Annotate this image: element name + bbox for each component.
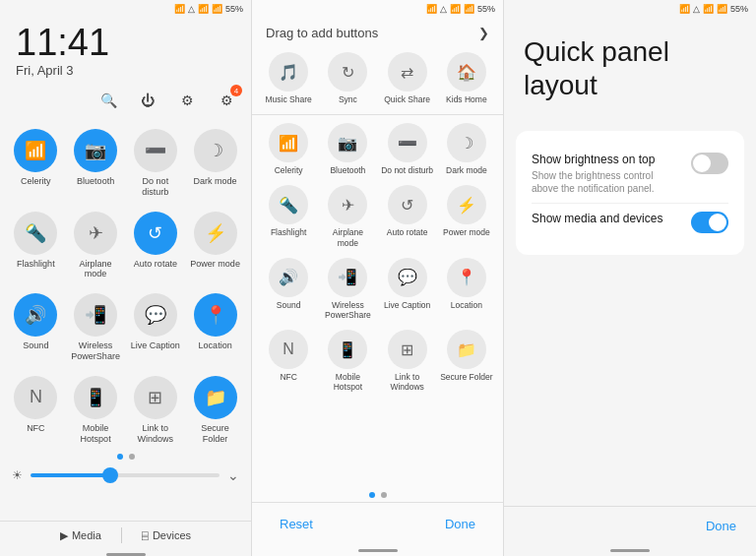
flashlight-tile-icon: 🔦 bbox=[14, 212, 57, 255]
p2-dot-active bbox=[369, 492, 375, 498]
setting-media-devices: Show media and devices bbox=[532, 203, 728, 241]
tile-bluetooth[interactable]: 📷 Bluetooth bbox=[68, 123, 124, 202]
p2-tile-wps[interactable]: 📲 Wireless PowerShare bbox=[319, 254, 376, 324]
p2-plane-icon: ✈ bbox=[328, 185, 367, 224]
p2-sound-label: Sound bbox=[277, 300, 301, 310]
p2-tile-flash[interactable]: 🔦 Flashlight bbox=[260, 181, 317, 251]
battery-text-2: 55% bbox=[477, 4, 495, 14]
p2-tile-quickshare[interactable]: ⇄ Quick Share bbox=[379, 48, 436, 108]
tile-airplane[interactable]: ✈ Airplane mode bbox=[68, 206, 124, 284]
p2-rotate-icon: ↺ bbox=[388, 185, 427, 224]
done-button-p3[interactable]: Done bbox=[706, 519, 736, 533]
clock-time: 11:41 bbox=[16, 24, 235, 61]
tile-secure-folder[interactable]: 📁 Secure Folder bbox=[187, 370, 243, 449]
page-dots-1 bbox=[0, 452, 251, 462]
p2-location-icon: 📍 bbox=[447, 258, 486, 297]
signal-icon-2: 📶 bbox=[464, 4, 474, 14]
p2-celerity-label: Celerity bbox=[275, 165, 303, 175]
caption-tile-icon: 💬 bbox=[134, 293, 177, 337]
brightness-chevron-icon[interactable]: ⌄ bbox=[227, 467, 239, 483]
quickshare-label: Quick Share bbox=[384, 94, 430, 104]
tile-dnd[interactable]: ➖ Do not disturb bbox=[128, 123, 184, 202]
p2-sfolder-label: Secure Folder bbox=[440, 372, 492, 382]
devices-button[interactable]: ⌸ Devices bbox=[142, 529, 191, 541]
play-icon: ▶ bbox=[60, 529, 68, 542]
done-button-p2[interactable]: Done bbox=[437, 513, 483, 535]
p2-power-label: Power mode bbox=[443, 227, 490, 237]
tiles-grid: 📶 Celerity 📷 Bluetooth ➖ Do not disturb … bbox=[0, 119, 251, 452]
addable-tiles: 🎵 Music Share ↻ Sync ⇄ Quick Share 🏠 Kid… bbox=[252, 46, 503, 115]
setting-brightness-on-top: Show brightness on top Show the brightne… bbox=[532, 145, 728, 203]
p2-tile-caption[interactable]: 💬 Live Caption bbox=[379, 254, 436, 324]
tile-celerity[interactable]: 📶 Celerity bbox=[8, 123, 64, 202]
hotspot-tile-icon: 📱 bbox=[74, 376, 117, 419]
p2-wps-label: Wireless PowerShare bbox=[321, 300, 374, 320]
panel2-bottom-bar: Reset Done bbox=[252, 502, 503, 545]
search-quick-icon[interactable]: 🔍 bbox=[95, 88, 121, 113]
sound-tile-icon: 🔊 bbox=[14, 293, 57, 337]
p2-tile-windows[interactable]: ⊞ Link to Windows bbox=[379, 326, 436, 396]
p2-wps-icon: 📲 bbox=[328, 258, 367, 297]
drag-header-label: Drag to add buttons bbox=[266, 26, 378, 40]
tile-wireless-label: Wireless PowerShare bbox=[70, 340, 122, 362]
p2-tile-plane[interactable]: ✈ Airplane mode bbox=[319, 181, 376, 251]
power-quick-icon[interactable]: ⏻ bbox=[135, 88, 160, 113]
p2-tile-dnd[interactable]: ➖ Do not disturb bbox=[379, 119, 436, 179]
p2-tile-bt[interactable]: 📷 Bluetooth bbox=[319, 119, 376, 179]
battery-status-text: 55% bbox=[225, 4, 243, 14]
settings-quick-icon[interactable]: ⚙ bbox=[174, 88, 200, 113]
p2-tile-power[interactable]: ⚡ Power mode bbox=[438, 181, 495, 251]
p2-tile-hotspot[interactable]: 📱 Mobile Hotspot bbox=[319, 326, 376, 396]
brightness-row: ☀ ⌄ bbox=[0, 462, 251, 489]
p2-tile-musicshare[interactable]: 🎵 Music Share bbox=[260, 48, 317, 108]
p2-wifi-icon: 📶 bbox=[269, 123, 308, 162]
status-bar-3: 📶 △ 📶 📶 55% bbox=[504, 0, 756, 16]
p2-tile-sound[interactable]: 🔊 Sound bbox=[260, 254, 317, 324]
wifi-icon-2: 📶 bbox=[450, 4, 461, 14]
p2-tile-sfolder[interactable]: 📁 Secure Folder bbox=[438, 326, 495, 396]
main-tiles-grid: 📶 Celerity 📷 Bluetooth ➖ Do not disturb … bbox=[252, 115, 503, 400]
tile-darkmode[interactable]: ☽ Dark mode bbox=[187, 123, 243, 202]
tile-powermode[interactable]: ⚡ Power mode bbox=[187, 206, 243, 284]
brightness-toggle[interactable] bbox=[691, 153, 728, 174]
panel3-bottom-bar: Done bbox=[504, 506, 756, 545]
tile-caption[interactable]: 💬 Live Caption bbox=[128, 287, 184, 366]
media-toggle[interactable] bbox=[691, 212, 728, 233]
tile-sound[interactable]: 🔊 Sound bbox=[8, 287, 64, 366]
tile-wireless-powershare[interactable]: 📲 Wireless PowerShare bbox=[68, 287, 124, 366]
quick-settings-panel: 📶 △ 📶 📶 55% 11:41 Fri, April 3 🔍 ⏻ ⚙ ⚙ 4… bbox=[0, 0, 252, 556]
p2-tile-dark[interactable]: ☽ Dark mode bbox=[438, 119, 495, 179]
tile-hotspot-label: Mobile Hotspot bbox=[70, 423, 122, 445]
nfc-status-icon: △ bbox=[188, 4, 195, 14]
p2-sfolder-icon: 📁 bbox=[447, 330, 486, 369]
tile-flashlight[interactable]: 🔦 Flashlight bbox=[8, 206, 64, 284]
darkmode-tile-icon: ☽ bbox=[194, 129, 237, 172]
p2-tile-location[interactable]: 📍 Location bbox=[438, 254, 495, 324]
bottom-separator bbox=[121, 527, 122, 543]
reset-button[interactable]: Reset bbox=[272, 513, 321, 535]
tile-nfc[interactable]: N NFC bbox=[8, 370, 64, 449]
tile-location[interactable]: 📍 Location bbox=[187, 287, 243, 366]
p2-flash-label: Flashlight bbox=[271, 227, 306, 237]
quick-icons-row: 🔍 ⏻ ⚙ ⚙ 4 bbox=[0, 82, 251, 119]
wireless-tile-icon: 📲 bbox=[74, 293, 117, 337]
p2-bt-icon: 📷 bbox=[328, 123, 367, 162]
p2-tile-celerity[interactable]: 📶 Celerity bbox=[260, 119, 317, 179]
kidshome-icon: 🏠 bbox=[447, 52, 486, 92]
p2-tile-rotate[interactable]: ↺ Auto rotate bbox=[379, 181, 436, 251]
windows-tile-icon: ⊞ bbox=[134, 376, 177, 419]
tile-hotspot[interactable]: 📱 Mobile Hotspot bbox=[68, 370, 124, 449]
p2-tile-nfc[interactable]: N NFC bbox=[260, 326, 317, 396]
drag-header: Drag to add buttons ❯ bbox=[252, 16, 503, 46]
tile-windows[interactable]: ⊞ Link to Windows bbox=[128, 370, 184, 449]
p2-tile-kidshome[interactable]: 🏠 Kids Home bbox=[438, 48, 495, 108]
menu-quick-icon[interactable]: ⚙ 4 bbox=[214, 88, 239, 113]
media-button[interactable]: ▶ Media bbox=[60, 529, 101, 542]
bluetooth-status-icon: 📶 bbox=[174, 4, 185, 14]
page-title: Quick panel layout bbox=[504, 16, 756, 131]
brightness-slider[interactable] bbox=[31, 473, 220, 477]
status-bar-1: 📶 △ 📶 📶 55% bbox=[0, 0, 251, 16]
tile-autorotate[interactable]: ↺ Auto rotate bbox=[128, 206, 184, 284]
quick-panel-layout-panel: 📶 △ 📶 📶 55% Quick panel layout Show brig… bbox=[504, 0, 756, 556]
p2-tile-sync[interactable]: ↻ Sync bbox=[319, 48, 376, 108]
